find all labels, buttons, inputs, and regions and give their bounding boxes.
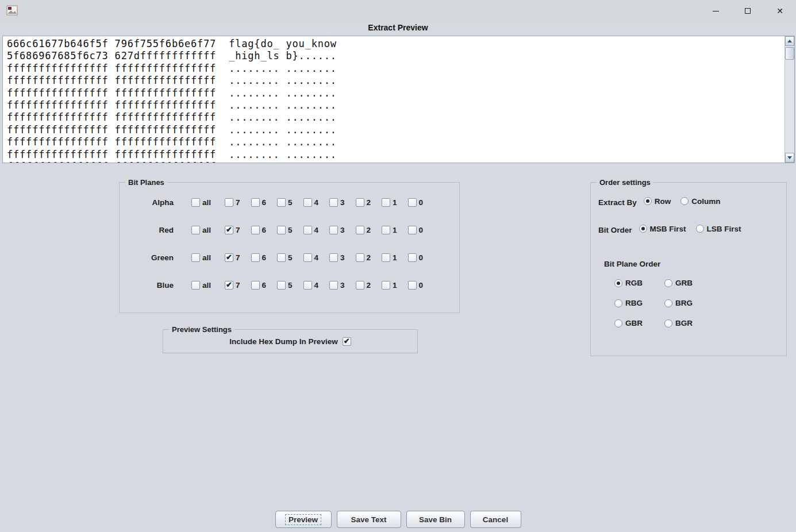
app-icon (6, 5, 18, 16)
checkbox-label: 6 (262, 253, 267, 262)
scrollbar-thumb[interactable] (785, 47, 794, 60)
radio-icon (614, 299, 622, 307)
bit-plane-row-alpha: Alphaall76543210 (120, 188, 459, 216)
channel-label: Alpha (120, 198, 183, 207)
checkbox-alpha-5[interactable]: 5 (277, 198, 303, 207)
checkbox-alpha-4[interactable]: 4 (303, 198, 330, 207)
scroll-up-button[interactable] (785, 36, 794, 46)
close-button[interactable]: ✕ (764, 0, 796, 22)
checkbox-alpha-all[interactable]: all (191, 198, 225, 207)
radio-msb-first[interactable]: MSB First (639, 225, 686, 233)
checkbox-red-4[interactable]: 4 (303, 226, 330, 234)
checkbox-blue-0[interactable]: 0 (408, 281, 434, 290)
preview-button[interactable]: Preview (275, 511, 332, 528)
checkbox-green-5[interactable]: 5 (277, 253, 303, 262)
channel-label: Red (120, 226, 183, 234)
radio-icon (664, 319, 672, 327)
radio-label: GRB (675, 279, 693, 287)
checkbox-alpha-2[interactable]: 2 (356, 198, 382, 207)
checkbox-icon (191, 198, 200, 207)
checkbox-green-6[interactable]: 6 (251, 253, 278, 262)
radio-label: BRG (675, 299, 693, 307)
checkbox-icon (408, 281, 417, 290)
checkbox-blue-3[interactable]: 3 (329, 281, 356, 290)
checkbox-red-2[interactable]: 2 (356, 226, 382, 234)
checkbox-label: 3 (340, 253, 345, 262)
checkbox-label: 0 (419, 281, 424, 290)
radio-lsb-first[interactable]: LSB First (696, 225, 741, 233)
checkbox-green-0[interactable]: 0 (408, 253, 434, 262)
vertical-scrollbar[interactable] (785, 36, 794, 163)
checkbox-red-5[interactable]: 5 (277, 226, 303, 234)
checkbox-label: 1 (393, 226, 397, 234)
radio-bgr[interactable]: BGR (664, 319, 714, 327)
checkbox-green-4[interactable]: 4 (303, 253, 330, 262)
bit-order-options: MSB FirstLSB First (639, 225, 751, 236)
checkbox-red-0[interactable]: 0 (408, 226, 434, 234)
checkbox-green-3[interactable]: 3 (329, 253, 356, 262)
checkbox-green-2[interactable]: 2 (356, 253, 382, 262)
save-text-button[interactable]: Save Text (337, 511, 401, 528)
checkbox-alpha-6[interactable]: 6 (251, 198, 278, 207)
arrow-down-icon (787, 156, 792, 159)
checkbox-red-6[interactable]: 6 (251, 226, 278, 234)
checkbox-blue-2[interactable]: 2 (356, 281, 382, 290)
titlebar[interactable]: ✕ (0, 0, 796, 22)
extract-by-row: Extract By RowColumn (591, 188, 786, 216)
checkbox-icon (356, 226, 364, 234)
checkbox-blue-1[interactable]: 1 (382, 281, 408, 290)
radio-grb[interactable]: GRB (664, 279, 714, 287)
radio-brg[interactable]: BRG (664, 299, 714, 307)
checkbox-blue-all[interactable]: all (191, 281, 225, 290)
checkbox-icon (225, 226, 233, 234)
button-label: Preview (285, 514, 321, 525)
radio-rgb[interactable]: RGB (614, 279, 664, 287)
order-settings-group-title: Order settings (597, 178, 653, 187)
button-label: Cancel (483, 515, 508, 524)
checkbox-label: 0 (419, 253, 424, 262)
checkbox-red-3[interactable]: 3 (329, 226, 356, 234)
scroll-down-button[interactable] (785, 153, 794, 163)
checkbox-alpha-1[interactable]: 1 (382, 198, 408, 207)
checkbox-blue-4[interactable]: 4 (303, 281, 330, 290)
minimize-button[interactable] (699, 0, 732, 22)
checkbox-red-all[interactable]: all (191, 226, 225, 234)
bit-planes-group: Bit Planes Alphaall76543210Redall7654321… (119, 182, 460, 313)
checkbox-blue-6[interactable]: 6 (251, 281, 278, 290)
checkbox-icon (191, 253, 200, 262)
maximize-button[interactable] (732, 0, 764, 22)
checkbox-green-7[interactable]: 7 (225, 253, 251, 262)
radio-label: RBG (625, 299, 643, 307)
radio-column[interactable]: Column (680, 197, 720, 206)
cancel-button[interactable]: Cancel (470, 511, 521, 528)
checkbox-label: 2 (367, 198, 371, 207)
radio-gbr[interactable]: GBR (614, 319, 664, 327)
button-label: Save Text (351, 515, 386, 524)
hex-preview-text[interactable]: 666c61677b646f5f 796f755f6b6e6f77 flag{d… (3, 36, 794, 163)
checkbox-blue-7[interactable]: 7 (225, 281, 251, 290)
radio-rbg[interactable]: RBG (614, 299, 664, 307)
save-bin-button[interactable]: Save Bin (406, 511, 465, 528)
checkbox-icon (356, 281, 364, 290)
checkbox-alpha-0[interactable]: 0 (408, 198, 434, 207)
bit-planes-group-title: Bit Planes (125, 178, 167, 187)
checkbox-icon (382, 281, 390, 290)
channel-label: Green (120, 253, 183, 262)
checkbox-green-all[interactable]: all (191, 253, 225, 262)
checkbox-label: 3 (340, 198, 345, 207)
plane-order-row: RBGBRG (614, 293, 786, 313)
radio-icon (614, 279, 622, 287)
plane-order-row: RGBGRB (614, 273, 786, 293)
checkbox-blue-5[interactable]: 5 (277, 281, 303, 290)
checkbox-red-7[interactable]: 7 (225, 226, 251, 234)
checkbox-alpha-7[interactable]: 7 (225, 198, 251, 207)
radio-row[interactable]: Row (644, 197, 671, 206)
checkbox-green-1[interactable]: 1 (382, 253, 408, 262)
checkbox-label: 1 (393, 198, 397, 207)
radio-label: MSB First (650, 225, 686, 233)
checkbox-red-1[interactable]: 1 (382, 226, 408, 234)
include-hex-dump-checkbox[interactable] (343, 337, 351, 346)
checkbox-label: 5 (288, 253, 293, 262)
bit-planes-rows: Alphaall76543210Redall76543210Greenall76… (120, 188, 459, 299)
checkbox-alpha-3[interactable]: 3 (329, 198, 356, 207)
